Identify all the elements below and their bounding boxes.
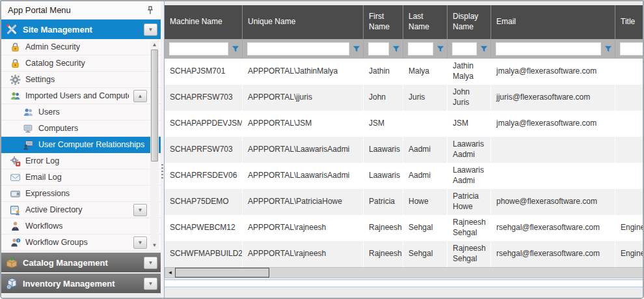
sidebar-item-catalog-security[interactable]: Catalog Security [1, 55, 161, 72]
sidebar-item-settings[interactable]: Settings [1, 72, 161, 88]
cell-first: Rajneesh [364, 241, 403, 267]
cell-title [615, 137, 644, 163]
column-header-display[interactable]: Display Name [448, 5, 491, 39]
sidebar-group-label: Catalog Management [23, 258, 108, 268]
table-row[interactable]: SCHWFMAPBUILD2APPPORTAL\rajneeshRajneesh… [165, 241, 644, 267]
column-header-unique[interactable]: Unique Name [243, 5, 364, 39]
column-header-email[interactable]: Email [491, 5, 615, 39]
grid-header-row: Machine NameUnique NameFirst NameLast Na… [165, 5, 644, 39]
cell-last: Howe [403, 189, 448, 215]
table-row[interactable]: SCHAPRFSW703APPPORTAL\LaawarisAadmiLaawa… [165, 137, 644, 163]
filter-cell-machine [165, 39, 243, 59]
sidebar-group-inventory-management[interactable]: Inventory Management ▼ [1, 274, 161, 293]
cell-machine: SCHAPRFSW703 [165, 137, 243, 163]
filter-cell-last [403, 39, 448, 59]
sidebar-item-admin-security[interactable]: Admin Security [1, 39, 161, 55]
table-row[interactable]: SCHAPWEBCM12APPPORTAL\rajneeshRajneeshSe… [165, 215, 644, 241]
filter-icon[interactable] [436, 44, 445, 53]
sidebar-item-computers[interactable]: Computers [1, 121, 161, 137]
inventory-icon [5, 277, 18, 290]
cell-first: Rajneesh [364, 215, 403, 241]
sidebar-menu: Admin SecurityCatalog SecuritySettingsIm… [1, 39, 161, 251]
column-header-last[interactable]: Last Name [403, 5, 448, 39]
chevron-down-icon[interactable]: ▼ [144, 278, 157, 290]
filter-icon[interactable] [479, 44, 489, 53]
cell-email: rsehgal@flexerasoftware.com [491, 215, 615, 241]
sidebar-group-site-management[interactable]: Site Management ▼ [1, 20, 161, 39]
cell-last: Sehgal [403, 215, 448, 241]
sidebar-item-expressions[interactable]: Expressions [1, 186, 161, 202]
filter-input-email[interactable] [496, 42, 601, 55]
sidebar-title: App Portal Menu [8, 5, 71, 15]
catalog-icon [5, 256, 18, 269]
filter-icon[interactable] [392, 44, 401, 53]
sidebar-item-label: Imported Users and Computers [25, 91, 129, 100]
filter-icon[interactable] [604, 44, 613, 53]
cell-machine: SCHWFMAPBUILD2 [165, 241, 243, 267]
sidebar-filler [1, 293, 161, 298]
filter-icon[interactable] [231, 44, 240, 53]
chevron-down-icon[interactable]: ▼ [133, 236, 147, 249]
filter-input-machine[interactable] [169, 42, 228, 55]
main-filler [165, 287, 644, 298]
cell-title [615, 111, 644, 137]
sidebar-scrollbar-thumb[interactable] [151, 50, 158, 162]
sidebar: App Portal Menu Site Management ▼ Admin … [1, 1, 161, 298]
grid-filter-row [165, 39, 644, 59]
cell-last: Malya [403, 59, 448, 85]
horizontal-scrollbar[interactable]: ◄ ► [165, 267, 644, 278]
lock-icon [10, 42, 21, 53]
cell-machine: SCHAPWEBCM12 [165, 215, 243, 241]
sidebar-item-active-directory[interactable]: Active Directory▼ [1, 202, 161, 218]
filter-input-unique[interactable] [247, 42, 349, 55]
email-icon [10, 172, 21, 183]
horizontal-scrollbar-thumb[interactable] [175, 268, 269, 278]
sidebar-item-email-log[interactable]: Email Log [1, 169, 161, 186]
filter-cell-display [448, 39, 491, 59]
table-row[interactable]: SCHAP75DEMOAPPPORTAL\PatriciaHowePatrici… [165, 189, 644, 215]
pin-icon[interactable] [145, 5, 155, 16]
sidebar-item-workflows[interactable]: Workflows [1, 218, 161, 235]
sidebar-item-user-computer-relationships[interactable]: User Computer Relationships [1, 137, 161, 153]
cell-first: Jathin [364, 59, 403, 85]
cell-email [491, 163, 615, 189]
chevron-down-icon[interactable]: ▼ [144, 23, 157, 36]
cell-display: Rajneesh Sehgal [448, 215, 491, 241]
sidebar-group-catalog-management[interactable]: Catalog Management ▼ [1, 253, 161, 272]
cell-email: phowe@flexerasoftware.com [491, 189, 615, 215]
sidebar-scrollbar[interactable]: ▲ ▼ [150, 40, 159, 249]
table-row[interactable]: SCHAPRFSW703APPPORTAL\jjurisJohnJurisJoh… [165, 85, 644, 111]
table-row[interactable]: SCHAPAPPDEVJSMAPPPORTAL\JSMJSMJSMjmalya@… [165, 111, 644, 137]
cell-first: JSM [364, 111, 403, 137]
sidebar-item-label: Admin Security [25, 42, 80, 51]
sidebar-item-imported-users-and-computers[interactable]: Imported Users and Computers▲ [1, 88, 161, 104]
sidebar-item-workflow-groups[interactable]: iWorkflow Groups▼ [1, 235, 161, 251]
column-header-first[interactable]: First Name [364, 5, 403, 39]
scroll-down-icon[interactable]: ▼ [150, 241, 159, 249]
scroll-up-icon[interactable]: ▲ [150, 40, 159, 49]
sidebar-item-error-log[interactable]: Error Log [1, 153, 161, 169]
scroll-left-icon[interactable]: ◄ [165, 268, 175, 278]
chevron-down-icon[interactable]: ▼ [144, 257, 157, 269]
filter-input-display[interactable] [452, 42, 477, 55]
cell-display: Patricia Howe [448, 189, 491, 215]
cell-display: Rajneesh Sehgal [448, 241, 491, 267]
cell-email [491, 137, 615, 163]
table-row[interactable]: SCHAPRFSDEV06APPPORTAL\LaawarisAadmiLaaw… [165, 163, 644, 189]
column-header-machine[interactable]: Machine Name [165, 5, 243, 39]
filter-input-title[interactable] [620, 42, 644, 55]
chevron-up-icon[interactable]: ▲ [133, 90, 147, 102]
filter-input-first[interactable] [368, 42, 389, 55]
error-log-icon [10, 156, 21, 167]
sidebar-item-label: Active Directory [25, 205, 83, 214]
filter-icon[interactable] [352, 44, 361, 53]
column-header-title[interactable]: Title [615, 5, 644, 39]
cell-unique: APPPORTAL\rajneesh [243, 241, 364, 267]
filter-cell-unique [243, 39, 364, 59]
sidebar-item-users[interactable]: Users [1, 104, 161, 121]
sidebar-group-label: Site Management [23, 25, 92, 35]
expressions-icon [10, 188, 21, 199]
table-row[interactable]: SCHAPJSM701APPPORTAL\JathinMalyaJathinMa… [165, 59, 644, 85]
filter-input-last[interactable] [408, 42, 433, 55]
chevron-down-icon[interactable]: ▼ [133, 204, 147, 216]
